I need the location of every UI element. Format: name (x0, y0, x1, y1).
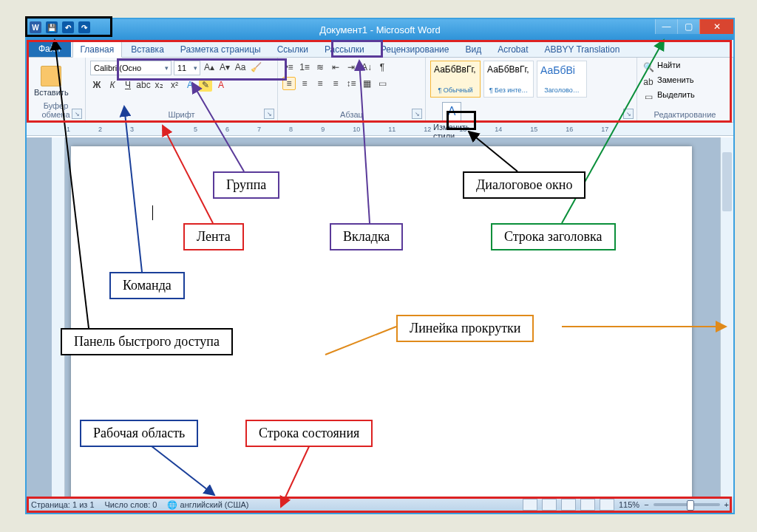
decrease-indent-icon[interactable]: ⇤ (329, 61, 342, 74)
replace-label: Заменить (657, 75, 693, 89)
callout-command: Команда (109, 272, 185, 299)
clear-format-icon[interactable]: 🧹 (249, 61, 262, 74)
view-print-layout[interactable] (523, 499, 537, 511)
select-icon: ▭ (642, 90, 655, 103)
tab-file[interactable]: Файл (28, 41, 71, 57)
change-styles-button[interactable]: A Изменить стили (430, 100, 473, 142)
text-cursor (152, 205, 153, 220)
view-draft[interactable] (600, 499, 614, 511)
find-button[interactable]: 🔍Найти (642, 61, 680, 74)
grow-font-icon[interactable]: A▴ (203, 61, 216, 74)
justify-icon[interactable]: ≡ (329, 77, 342, 90)
redo-icon[interactable]: ↷ (78, 21, 90, 33)
align-left-icon[interactable]: ≡ (282, 77, 296, 90)
paste-icon (41, 66, 61, 86)
text-effects-icon[interactable]: A (183, 78, 197, 92)
sort-icon[interactable]: A↓ (360, 61, 373, 74)
tab-review[interactable]: Рецензирование (373, 41, 457, 57)
superscript-icon[interactable]: x² (168, 78, 181, 92)
style-nospace-label: ¶ Без инте… (487, 86, 530, 94)
save-icon[interactable]: 💾 (46, 21, 58, 33)
tab-refs[interactable]: Ссылки (270, 41, 316, 57)
group-paragraph: •≡ 1≡ ≋ ⇤ ⇥ A↓ ¶ ≡ ≡ ≡ ≡ ↕≡ ▦ ▭ (278, 58, 426, 122)
tab-insert[interactable]: Вставка (123, 41, 172, 57)
status-words[interactable]: Число слов: 0 (105, 500, 157, 509)
line-spacing-icon[interactable]: ↕≡ (344, 77, 358, 90)
status-lang[interactable]: 🌐 английский (США) (167, 500, 248, 510)
callout-scroll: Линейка прокрутки (396, 315, 534, 342)
subscript-icon[interactable]: x₂ (152, 78, 166, 92)
word-icon: W (30, 21, 41, 33)
vertical-ruler[interactable] (52, 137, 65, 497)
font-color-icon[interactable]: A (214, 78, 228, 92)
tab-layout[interactable]: Разметка страницы (173, 41, 268, 57)
callout-titlebar: Строка заголовка (491, 223, 616, 250)
maximize-button[interactable]: ▢ (677, 19, 699, 34)
case-icon[interactable]: Aa (234, 61, 247, 74)
select-label: Выделить (657, 90, 695, 103)
align-center-icon[interactable]: ≡ (298, 77, 311, 90)
borders-icon[interactable]: ▭ (376, 77, 389, 90)
shading-icon[interactable]: ▦ (360, 77, 373, 90)
change-styles-icon: A (442, 102, 461, 121)
group-editing: 🔍Найти abЗаменить ▭Выделить Редактирован… (637, 58, 733, 122)
styles-dialog-launcher[interactable]: ↘ (623, 109, 634, 119)
style-normal-label: ¶ Обычный (434, 86, 477, 94)
status-page[interactable]: Страница: 1 из 1 (31, 500, 95, 509)
vertical-scrollbar[interactable] (720, 137, 733, 497)
status-bar: Страница: 1 из 1 Число слов: 0 🌐 английс… (27, 497, 733, 513)
tab-abbyy[interactable]: ABBYY Translation (537, 41, 628, 57)
status-zoom[interactable]: 115% (619, 500, 639, 509)
zoom-out-button[interactable]: − (644, 500, 648, 509)
scrollbar-thumb[interactable] (722, 152, 732, 211)
shrink-font-icon[interactable]: A▾ (218, 61, 231, 74)
font-dialog-launcher[interactable]: ↘ (264, 109, 274, 119)
font-size-select[interactable]: 11 (174, 61, 200, 75)
strike-icon[interactable]: abc (137, 78, 150, 92)
tab-view[interactable]: Вид (458, 41, 489, 57)
bullet-list-icon[interactable]: •≡ (282, 61, 296, 74)
tab-home[interactable]: Главная (72, 41, 123, 58)
replace-icon: ab (642, 75, 655, 89)
paste-button[interactable]: Вставить (31, 64, 72, 98)
callout-group: Группа (213, 171, 279, 199)
paragraph-dialog-launcher[interactable]: ↘ (412, 109, 422, 119)
select-button[interactable]: ▭Выделить (642, 90, 695, 103)
italic-icon[interactable]: К (106, 78, 119, 92)
bold-icon[interactable]: Ж (90, 78, 103, 92)
tab-mail[interactable]: Рассылки (317, 41, 372, 57)
increase-indent-icon[interactable]: ⇥ (344, 61, 358, 74)
style-normal[interactable]: АаБбВвГг, ¶ Обычный (430, 61, 481, 98)
style-heading-label: Заголово… (540, 86, 583, 94)
callout-ribbon: Лента (183, 223, 244, 250)
replace-button[interactable]: abЗаменить (642, 75, 693, 89)
callout-workarea: Рабочая область (80, 420, 198, 447)
align-right-icon[interactable]: ≡ (313, 77, 327, 90)
title-bar: W 💾 ↶ ↷ Документ1 - Microsoft Word — ▢ ✕ (27, 19, 733, 40)
style-nospace[interactable]: АаБбВвГг, ¶ Без инте… (483, 61, 534, 98)
font-name-select[interactable]: Calibri (Осно (90, 61, 172, 75)
minimize-button[interactable]: — (655, 19, 677, 34)
close-button[interactable]: ✕ (699, 19, 733, 34)
callout-tab: Вкладка (330, 223, 403, 250)
group-paragraph-label: Абзац (282, 110, 421, 120)
window-buttons: — ▢ ✕ (655, 19, 733, 34)
view-fullscreen[interactable] (542, 499, 557, 511)
multilevel-list-icon[interactable]: ≋ (313, 61, 327, 74)
zoom-in-button[interactable]: + (724, 500, 729, 509)
zoom-slider[interactable] (654, 503, 720, 506)
clipboard-dialog-launcher[interactable]: ↘ (72, 109, 82, 119)
callout-statusbar: Строка состояния (245, 420, 373, 447)
view-web[interactable] (561, 499, 576, 511)
underline-icon[interactable]: Ч (121, 78, 135, 92)
quick-access-toolbar[interactable]: W 💾 ↶ ↷ (30, 21, 90, 33)
undo-icon[interactable]: ↶ (62, 21, 74, 33)
number-list-icon[interactable]: 1≡ (298, 61, 311, 74)
show-marks-icon[interactable]: ¶ (376, 61, 389, 74)
highlight-icon[interactable]: ✎ (199, 78, 212, 92)
tab-acrobat[interactable]: Acrobat (490, 41, 535, 57)
group-font-label: Шрифт (90, 110, 273, 120)
style-heading[interactable]: АаБбВі Заголово… (537, 61, 587, 98)
view-outline[interactable] (580, 499, 595, 511)
find-icon: 🔍 (642, 61, 655, 74)
